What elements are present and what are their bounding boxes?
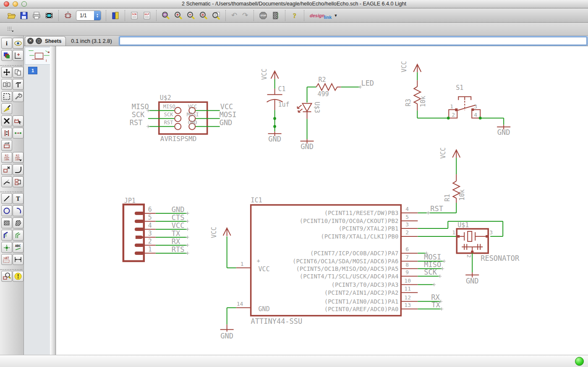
zoom-fit-button[interactable] bbox=[160, 10, 172, 21]
net-label[interactable]: VCC bbox=[172, 221, 185, 230]
tool-label[interactable]: ABC bbox=[13, 242, 24, 253]
tool-replace[interactable] bbox=[1, 140, 12, 151]
part-u2[interactable]: U$2 MISO SCK RST VCC MOSI GND MISO SCK R… bbox=[130, 94, 237, 143]
sheet-1-badge[interactable]: 1 bbox=[28, 67, 37, 74]
open-button[interactable] bbox=[5, 10, 17, 21]
tool-rotate[interactable] bbox=[13, 79, 24, 90]
sheets-panel-scrollbar[interactable] bbox=[50, 46, 55, 355]
tool-dimension[interactable] bbox=[13, 254, 24, 265]
designlink-menu[interactable]: design link ▼ bbox=[310, 11, 337, 20]
net-label[interactable]: MISO bbox=[132, 102, 149, 111]
tool-errors[interactable]: ! bbox=[13, 271, 24, 282]
tool-mirror[interactable] bbox=[1, 79, 12, 90]
stepper-down-icon[interactable]: ▼ bbox=[96, 16, 99, 18]
schematic-canvas[interactable]: U$2 MISO SCK RST VCC MOSI GND MISO SCK R… bbox=[56, 46, 588, 355]
tool-text[interactable]: T bbox=[13, 193, 24, 204]
tool-add[interactable] bbox=[13, 115, 24, 126]
tool-net[interactable] bbox=[13, 230, 24, 241]
help-button[interactable]: ? bbox=[289, 10, 301, 21]
tool-bus[interactable] bbox=[1, 230, 12, 241]
part-jp1[interactable]: JP1 6 5 4 3 2 1 GND CTS VCC TX bbox=[123, 197, 188, 261]
print-button[interactable] bbox=[31, 10, 42, 21]
save-button[interactable] bbox=[18, 10, 30, 21]
tool-polygon[interactable] bbox=[13, 218, 24, 228]
tool-delete[interactable] bbox=[1, 115, 12, 126]
tool-value[interactable]: R210k bbox=[13, 152, 24, 163]
tool-name[interactable]: R210k bbox=[1, 152, 12, 163]
sheets-tabbar: ✕ ◻ Sheets 0.1 inch (3.1 2.8) bbox=[24, 36, 588, 46]
tool-arc[interactable] bbox=[13, 205, 24, 216]
zoom-out-button[interactable] bbox=[185, 10, 197, 21]
tool-change[interactable] bbox=[13, 91, 24, 102]
sheet-selector[interactable]: 1/1 ▲▼ bbox=[76, 10, 101, 21]
tool-group[interactable] bbox=[1, 91, 12, 102]
tool-show[interactable] bbox=[13, 38, 24, 49]
net-label[interactable]: RST bbox=[430, 204, 443, 213]
part-c1[interactable]: VCC C1 1uf GND bbox=[261, 68, 290, 143]
tool-mark[interactable] bbox=[13, 50, 24, 61]
part-ic1[interactable]: IC1 + VCC GND 1 VCC 14 GND bbox=[210, 197, 503, 340]
tool-split[interactable] bbox=[1, 176, 12, 187]
net-label[interactable]: RTS bbox=[172, 245, 185, 254]
cam-processor-button[interactable] bbox=[43, 10, 55, 21]
net-label[interactable]: TX bbox=[431, 301, 440, 309]
palette-divider bbox=[0, 62, 22, 66]
zoom-select-button[interactable] bbox=[198, 10, 209, 21]
net-label[interactable]: CTS bbox=[172, 213, 185, 222]
ratsnest-button[interactable] bbox=[270, 10, 282, 21]
part-r3-s1[interactable]: VCC R3 10k S1 1 2 3 4 bbox=[400, 61, 510, 136]
net-label[interactable]: GND bbox=[172, 205, 185, 214]
part-r2-led[interactable]: R2 499 LED U$3 GND bbox=[298, 76, 374, 151]
part-u1[interactable]: U$1 1 2 3 GND RESONATOR bbox=[452, 221, 520, 285]
part-r1[interactable]: VCC R1 10k RST bbox=[418, 147, 466, 213]
grid-button[interactable] bbox=[4, 24, 17, 34]
net-label[interactable]: VCC bbox=[220, 102, 233, 111]
net-label[interactable]: SCK bbox=[132, 110, 145, 119]
library-button[interactable] bbox=[110, 10, 121, 21]
run-script-button[interactable]: SCR bbox=[128, 10, 140, 21]
pin-label: MOSI bbox=[187, 112, 199, 118]
tool-gateswap[interactable] bbox=[13, 128, 24, 139]
tool-move[interactable] bbox=[1, 67, 12, 78]
zoom-redraw-button[interactable] bbox=[210, 10, 222, 21]
pin-number: 8 bbox=[405, 262, 409, 268]
net-label[interactable]: LED bbox=[361, 79, 374, 87]
switch-to-board-button[interactable] bbox=[62, 10, 74, 21]
tool-erc[interactable] bbox=[1, 271, 12, 282]
tool-copy[interactable] bbox=[13, 67, 24, 78]
undo-button[interactable]: ↶ bbox=[229, 11, 240, 20]
part-name: R2 bbox=[319, 76, 326, 84]
zoom-in-button[interactable] bbox=[172, 10, 184, 21]
close-panel-button[interactable]: ✕ bbox=[27, 38, 34, 44]
status-bar bbox=[0, 355, 588, 367]
detach-panel-button[interactable]: ◻ bbox=[36, 38, 42, 44]
pin-number: 5 bbox=[405, 214, 409, 220]
net-label[interactable]: GND bbox=[220, 118, 233, 127]
net-label[interactable]: TX bbox=[172, 229, 180, 238]
polygon-icon bbox=[14, 219, 22, 227]
tool-smash[interactable] bbox=[1, 164, 12, 175]
net-label[interactable]: RX bbox=[172, 237, 180, 246]
tool-info[interactable]: i bbox=[1, 38, 12, 49]
tool-invoke[interactable] bbox=[13, 176, 24, 187]
tool-cut[interactable] bbox=[1, 103, 12, 114]
titlebar[interactable]: 2 Schematic - /Users/thomasbell/Document… bbox=[0, 0, 588, 8]
tool-rect[interactable] bbox=[1, 218, 12, 228]
stop-button[interactable]: STOP bbox=[257, 10, 269, 21]
net-label[interactable]: MOSI bbox=[220, 110, 237, 119]
net-label[interactable]: SCK bbox=[424, 268, 437, 276]
tool-wire[interactable] bbox=[1, 193, 12, 204]
command-input[interactable] bbox=[120, 37, 587, 45]
tab-sheets[interactable]: ✕ ◻ Sheets bbox=[25, 36, 66, 46]
tool-miter[interactable] bbox=[13, 164, 24, 175]
tool-pinswap[interactable] bbox=[1, 128, 12, 139]
sheet-selector-stepper[interactable]: ▲▼ bbox=[94, 11, 101, 20]
tool-junction[interactable] bbox=[1, 242, 12, 253]
zoom-fit-icon bbox=[161, 11, 170, 20]
net-label[interactable]: RST bbox=[130, 118, 143, 127]
tool-circle[interactable] bbox=[1, 205, 12, 216]
run-ulp-button[interactable]: ULP bbox=[141, 10, 153, 21]
tool-display-layers[interactable] bbox=[1, 50, 12, 61]
tool-attribute[interactable]: >AT bbox=[1, 254, 12, 265]
redo-button[interactable]: ↷ bbox=[240, 11, 251, 20]
